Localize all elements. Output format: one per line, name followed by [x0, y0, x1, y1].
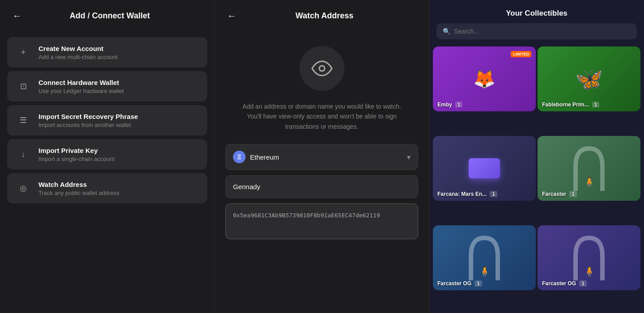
- import-key-subtitle: Import a single-chain account: [38, 156, 114, 162]
- secret-recovery-subtitle: Import accounts from another wallet: [38, 122, 138, 128]
- butterfly-icon: 🦋: [575, 66, 603, 92]
- add-connect-wallet-panel: ← Add / Connect Wallet + Create New Acco…: [0, 0, 215, 313]
- panel2-title: Watch Address: [245, 11, 404, 21]
- network-selector[interactable]: Ξ Ethereum ▾: [225, 144, 418, 170]
- farcaster-og1-label: Farcaster OG 1: [437, 280, 482, 287]
- menu-item-hardware-wallet[interactable]: ⊡ Connect Hardware Wallet Use your Ledge…: [7, 71, 207, 102]
- panel1-back-button[interactable]: ←: [11, 9, 23, 23]
- farcana-label: Farcana: Mars En... 1: [437, 191, 497, 197]
- panel1-header: ← Add / Connect Wallet: [0, 0, 214, 32]
- farcana-box-icon: [469, 158, 500, 178]
- ethereum-icon: Ξ: [233, 151, 246, 163]
- watch-form: Ξ Ethereum ▾ 0x5ea9681C3Ab9B5739810F8b91…: [215, 144, 429, 239]
- menu-list: + Create New Account Add a new multi-cha…: [0, 32, 214, 209]
- menu-item-text: Import Private Key Import a single-chain…: [38, 147, 114, 162]
- collectible-farcana[interactable]: Farcana: Mars En... 1: [433, 136, 536, 201]
- farcaster-og2-label: Farcaster OG 1: [542, 280, 587, 287]
- watch-address-subtitle: Track any public wallet address: [38, 190, 119, 196]
- search-bar[interactable]: 🔍: [436, 23, 637, 39]
- menu-item-import-private-key[interactable]: ↓ Import Private Key Import a single-cha…: [7, 139, 207, 169]
- fableborne-label: Fableborne Prim... 1: [542, 102, 599, 108]
- collectible-fableborne[interactable]: 🦋 Fableborne Prim... 1: [538, 47, 640, 111]
- emby-badge: LIMITED: [511, 51, 531, 57]
- menu-item-text: Connect Hardware Wallet Use your Ledger …: [38, 79, 124, 94]
- secret-recovery-title: Import Secret Recovery Phrase: [38, 113, 138, 120]
- collectible-farcaster-og-2[interactable]: 🧍 Farcaster OG 1: [538, 225, 640, 290]
- farcaster-label: Farcaster 1: [542, 191, 577, 197]
- farcaster-arch-icon: 🧍: [573, 146, 605, 191]
- plus-icon: +: [15, 44, 31, 60]
- menu-item-secret-recovery[interactable]: ☰ Import Secret Recovery Phrase Import a…: [7, 105, 207, 135]
- hardware-wallet-subtitle: Use your Ledger hardware wallet: [38, 88, 124, 94]
- eye-icon: [311, 58, 333, 79]
- watch-address-icon: ◎: [15, 180, 31, 196]
- search-icon: 🔍: [443, 28, 450, 35]
- hardware-wallet-title: Connect Hardware Wallet: [38, 79, 124, 86]
- panel1-title: Add / Connect Wallet: [30, 11, 189, 21]
- watch-icon-container: [215, 46, 429, 91]
- svg-point-0: [319, 66, 325, 71]
- import-key-icon: ↓: [15, 146, 31, 162]
- wallet-name-input[interactable]: [225, 175, 418, 198]
- watch-address-panel: ← Watch Address Add an address or domain…: [215, 0, 429, 313]
- menu-item-watch-address[interactable]: ◎ Watch Address Track any public wallet …: [7, 173, 207, 203]
- secret-recovery-icon: ☰: [15, 112, 31, 128]
- panel2-back-button[interactable]: ←: [225, 9, 238, 23]
- menu-item-create-account[interactable]: + Create New Account Add a new multi-cha…: [7, 37, 207, 68]
- collectible-farcaster[interactable]: 🧍 Farcaster 1: [538, 136, 640, 201]
- svg-text:🧍: 🧍: [583, 266, 596, 278]
- collectibles-title: Your Collectibles: [429, 0, 644, 23]
- collectibles-grid: 🦊 LIMITED Emby 1 🦋 Fableborne Prim... 1: [429, 47, 644, 313]
- create-account-subtitle: Add a new multi-chain account: [38, 54, 118, 60]
- wallet-address-input[interactable]: 0x5ea9681C3Ab9B5739810F8b91aE65EC47de621…: [225, 203, 418, 239]
- watch-description: Add an address or domain name you would …: [215, 102, 429, 131]
- eye-icon-circle: [300, 46, 344, 91]
- menu-item-text: Watch Address Track any public wallet ad…: [38, 181, 119, 196]
- watch-address-title: Watch Address: [38, 181, 119, 188]
- search-input[interactable]: [454, 28, 631, 35]
- svg-text:🧍: 🧍: [583, 176, 596, 188]
- emby-character-icon: 🦊: [473, 68, 496, 89]
- chevron-down-icon: ▾: [407, 153, 411, 161]
- emby-label: Emby 1: [437, 102, 462, 108]
- menu-item-text: Import Secret Recovery Phrase Import acc…: [38, 113, 138, 128]
- collectible-emby[interactable]: 🦊 LIMITED Emby 1: [433, 47, 536, 111]
- collectible-farcaster-og-1[interactable]: 🧍 Farcaster OG 1: [433, 225, 536, 290]
- farcaster-og2-arch-icon: 🧍: [573, 236, 605, 280]
- panel2-header: ← Watch Address: [215, 0, 429, 32]
- create-account-title: Create New Account: [38, 45, 118, 52]
- hardware-wallet-icon: ⊡: [15, 78, 31, 94]
- farcaster-og1-arch-icon: 🧍: [469, 236, 500, 280]
- svg-text:🧍: 🧍: [479, 266, 491, 278]
- collectibles-panel: Your Collectibles 🔍 🦊 LIMITED Emby 1 🦋 F…: [429, 0, 644, 313]
- menu-item-text: Create New Account Add a new multi-chain…: [38, 45, 118, 60]
- network-name: Ethereum: [250, 153, 402, 161]
- import-key-title: Import Private Key: [38, 147, 114, 154]
